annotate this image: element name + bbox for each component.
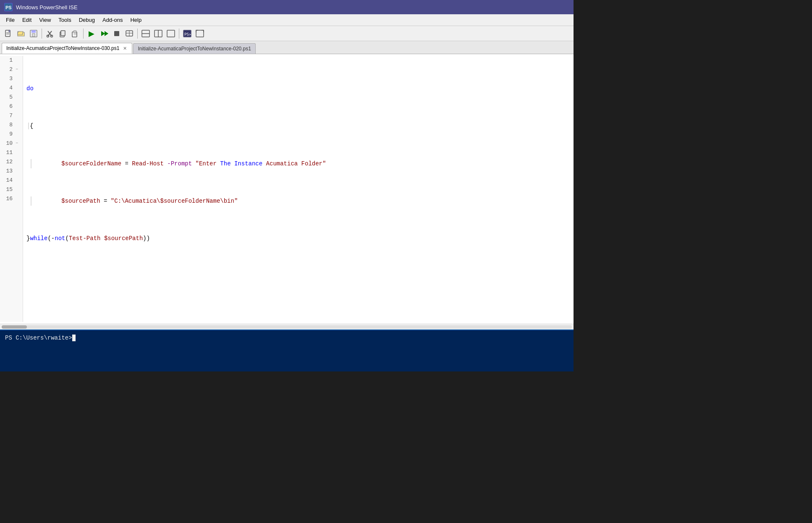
svg-rect-31 — [196, 30, 204, 37]
sep3 — [137, 29, 138, 39]
app-icon: PS — [4, 3, 13, 11]
split-vertical-button[interactable] — [152, 28, 164, 39]
menu-help[interactable]: Help — [127, 16, 145, 24]
tab-020-label: Initialize-AcumaticaProjectToNewInstance… — [138, 46, 251, 52]
save-button[interactable] — [28, 28, 39, 39]
tab-bar: Initialize-AcumaticaProjectToNewInstance… — [0, 41, 574, 54]
sep2 — [83, 29, 84, 39]
svg-rect-7 — [32, 34, 35, 37]
code-area[interactable]: do { $sourceFolderName = Read-Host -Prom… — [23, 56, 574, 322]
console-only-button[interactable] — [165, 28, 177, 39]
svg-marker-18 — [101, 31, 105, 36]
line-numbers: 1 2− 3 4 5 6 7 8 9 10− 11 12 13 14 15 16 — [0, 56, 23, 322]
paste-button[interactable] — [69, 28, 81, 39]
run-ps-button[interactable]: PS> — [181, 28, 193, 39]
scrollbar-thumb[interactable] — [2, 325, 27, 329]
run-selection-button[interactable] — [98, 28, 110, 39]
menu-tools[interactable]: Tools — [55, 16, 74, 24]
tab-030[interactable]: Initialize-AcumaticaProjectToNewInstance… — [2, 43, 132, 54]
open-button[interactable] — [15, 28, 27, 39]
console-cursor — [72, 335, 76, 341]
tab-030-label: Initialize-AcumaticaProjectToNewInstance… — [6, 45, 119, 51]
svg-rect-15 — [73, 31, 76, 33]
menu-view[interactable]: View — [36, 16, 54, 24]
svg-text:PS>: PS> — [184, 32, 191, 37]
svg-rect-28 — [167, 30, 175, 37]
svg-rect-13 — [61, 31, 65, 36]
console-area[interactable]: PS C:\Users\rwaite> — [0, 329, 574, 371]
tab-020[interactable]: Initialize-AcumaticaProjectToNewInstance… — [133, 43, 255, 54]
code-editor[interactable]: 1 2− 3 4 5 6 7 8 9 10− 11 12 13 14 15 16… — [0, 54, 574, 324]
menu-bar: File Edit View Tools Debug Add-ons Help — [0, 14, 574, 26]
debug-button[interactable] — [123, 28, 135, 39]
fullscreen-button[interactable] — [194, 28, 206, 39]
title-bar: PS Windows PowerShell ISE — [0, 0, 574, 14]
editor-container: 1 2− 3 4 5 6 7 8 9 10− 11 12 13 14 15 16… — [0, 54, 574, 329]
svg-marker-19 — [105, 31, 108, 36]
stop-button[interactable] — [111, 28, 123, 39]
new-button[interactable] — [3, 28, 14, 39]
copy-button[interactable] — [57, 28, 68, 39]
menu-file[interactable]: File — [3, 16, 18, 24]
toolbar: ▶ PS> — [0, 26, 574, 41]
cut-button[interactable] — [44, 28, 56, 39]
menu-edit[interactable]: Edit — [19, 16, 35, 24]
menu-addons[interactable]: Add-ons — [99, 16, 126, 24]
console-prompt: PS C:\Users\rwaite> — [5, 335, 72, 341]
scrollbar-track[interactable] — [2, 325, 572, 329]
app-title: Windows PowerShell ISE — [16, 4, 78, 10]
svg-rect-6 — [31, 30, 36, 33]
svg-text:PS: PS — [5, 5, 12, 10]
show-panel-button[interactable] — [140, 28, 152, 39]
editor-scrollbar[interactable] — [0, 324, 574, 329]
tab-030-close[interactable]: ✕ — [122, 45, 128, 51]
sep4 — [179, 29, 179, 39]
run-button[interactable]: ▶ — [86, 28, 97, 39]
menu-debug[interactable]: Debug — [76, 16, 98, 24]
svg-rect-20 — [114, 31, 119, 36]
sep1 — [42, 29, 42, 39]
